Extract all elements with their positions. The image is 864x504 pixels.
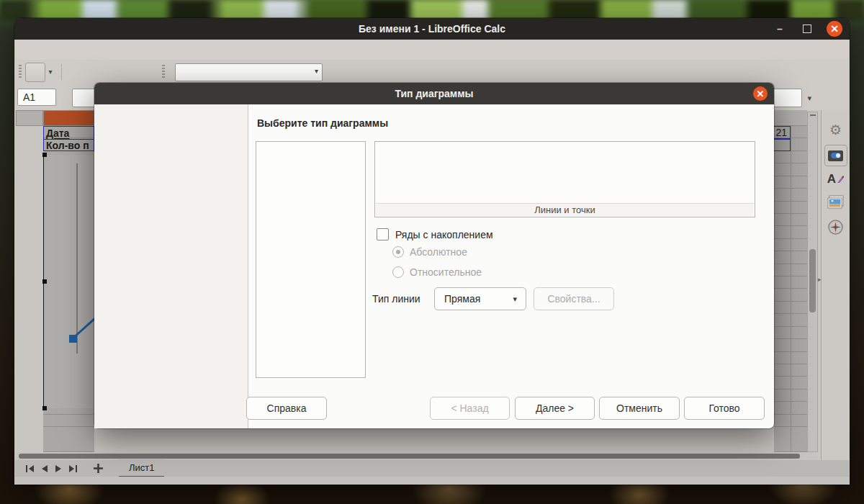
sheet-tab-bar: Лист1 — [15, 460, 849, 477]
export-save-button[interactable] — [25, 63, 45, 82]
maximize-button[interactable] — [799, 21, 815, 37]
sidebar-navigator-button[interactable] — [822, 220, 850, 235]
embedded-chart[interactable] — [43, 155, 95, 408]
print-button[interactable] — [90, 63, 109, 81]
chart-resize-handle[interactable] — [42, 153, 47, 157]
horizontal-scrollbar-thumb[interactable] — [19, 454, 800, 459]
subtype-caption: Линии и точки — [376, 203, 754, 216]
line-type-label: Тип линии — [372, 293, 420, 305]
toolbar-grip[interactable] — [19, 65, 22, 79]
data-point-marker — [69, 335, 77, 343]
cell-reference-box[interactable]: A1 — [17, 89, 56, 106]
menu-bar — [15, 40, 849, 60]
column-header-right[interactable] — [774, 110, 807, 126]
window-titlebar[interactable]: Без имени 1 - LibreOffice Calc — [14, 18, 850, 40]
cancel-button[interactable]: Отменить — [599, 397, 680, 420]
minimize-button[interactable]: – — [772, 21, 788, 37]
select-all-corner[interactable] — [16, 110, 43, 126]
next-sheet-button[interactable] — [51, 462, 66, 475]
relative-radio-row: Относительное — [392, 266, 482, 278]
redo-button[interactable] — [138, 63, 156, 81]
cell-a1[interactable]: Дата — [43, 126, 94, 139]
window-close-button[interactable]: ✕ — [827, 21, 842, 37]
absolute-radio[interactable] — [392, 246, 404, 258]
sidebar-settings-button[interactable]: ⚙ — [822, 122, 850, 138]
formula-bar-expand-icon[interactable]: ▾ — [807, 94, 811, 103]
vertical-scrollbar[interactable] — [807, 112, 818, 452]
maximize-icon — [803, 24, 811, 33]
help-button[interactable]: Справка — [246, 397, 327, 420]
last-sheet-button[interactable] — [66, 462, 80, 475]
dialog-close-button[interactable]: ✕ — [753, 86, 768, 101]
sidebar-styles-button[interactable]: A — [822, 172, 850, 186]
navigator-compass-icon — [828, 220, 843, 235]
dialog-titlebar[interactable]: Тип диаграммы ✕ — [94, 83, 774, 104]
export-dropdown-caret[interactable]: ▾ — [45, 63, 55, 81]
undo-button[interactable] — [116, 63, 135, 81]
next-button[interactable]: Далее > — [515, 397, 595, 420]
sidebar-gallery-button[interactable] — [822, 195, 850, 209]
chart-subtype-panel: Линии и точки — [374, 141, 755, 217]
chart-resize-handle[interactable] — [42, 279, 47, 284]
absolute-radio-row: Абсолютное — [392, 246, 467, 258]
stacked-series-checkbox-row: Ряды с накоплением — [377, 228, 493, 240]
styles-icon: A — [827, 172, 836, 186]
relative-radio[interactable] — [392, 266, 404, 278]
dialog-heading: Выберите тип диаграммы — [257, 117, 388, 129]
column-header-a[interactable] — [43, 110, 94, 126]
split-handle[interactable] — [810, 114, 816, 116]
sheet-tab[interactable]: Лист1 — [119, 459, 164, 477]
brush-icon — [836, 175, 844, 184]
window-title: Без имени 1 - LibreOffice Calc — [359, 23, 505, 35]
vertical-scrollbar-thumb[interactable] — [809, 249, 816, 312]
sheet-grid-right[interactable] — [774, 126, 807, 452]
status-bar — [15, 477, 849, 485]
toolbar: ▾ ▾ — [15, 60, 849, 85]
add-sheet-button[interactable] — [90, 462, 106, 475]
line-type-dropdown[interactable]: Прямая▾ — [434, 287, 526, 310]
back-button[interactable]: < Назад — [430, 397, 510, 420]
properties-button[interactable]: Свойства... — [534, 287, 614, 310]
toolbar-grip[interactable] — [162, 65, 165, 79]
row-headers — [16, 126, 43, 452]
stacked-series-checkbox[interactable] — [377, 228, 389, 240]
sidebar-properties-button[interactable] — [822, 145, 850, 166]
sidebar-tab-strip: ⚙ A — [821, 110, 850, 460]
gallery-icon — [827, 195, 845, 209]
properties-toggle-icon — [824, 145, 847, 166]
gear-icon: ⚙ — [829, 122, 842, 138]
desktop: Без имени 1 - LibreOffice Calc – ✕ ▾ ▾ A… — [0, 0, 864, 504]
grid-line — [791, 126, 791, 452]
chart-resize-handle[interactable] — [42, 406, 47, 410]
finish-button[interactable]: Готово — [684, 397, 765, 420]
previous-sheet-button[interactable] — [37, 462, 51, 475]
chart-type-dialog: Тип диаграммы ✕ Выберите тип диаграммы Л… — [94, 83, 774, 428]
dialog-title: Тип диаграммы — [395, 88, 473, 99]
chart-type-list — [256, 141, 366, 378]
wizard-steps — [94, 104, 248, 428]
first-sheet-button[interactable] — [22, 462, 37, 475]
cell-a2[interactable]: Кол-во п — [43, 139, 94, 151]
pdf-export-button[interactable] — [67, 63, 86, 81]
toolbar-combobox[interactable]: ▾ — [175, 63, 323, 81]
